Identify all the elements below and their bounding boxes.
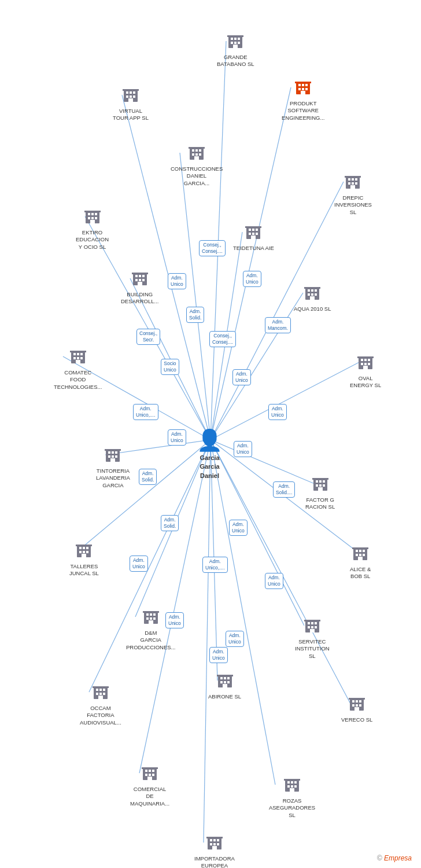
svg-rect-37 — [298, 88, 301, 90]
company-node-teidetuna[interactable]: TEIDETUNA AIE — [233, 223, 274, 252]
svg-rect-208 — [145, 774, 147, 776]
company-node-servitec[interactable]: SERVITECINSTITUTIONSL — [295, 616, 330, 660]
svg-rect-83 — [252, 233, 254, 235]
network-graph: © Empresa 👤 GarciaGarciaDaniel GRANDEBAT… — [0, 0, 421, 868]
svg-rect-76 — [90, 220, 95, 223]
svg-rect-101 — [311, 293, 313, 296]
relation-badge-0[interactable]: Consej.,Consej.... — [199, 240, 226, 256]
company-node-alice_bob[interactable]: ALICE &BOB SL — [350, 544, 371, 580]
company-node-virtual_tour[interactable]: VIRTUALTOUR APP SL — [113, 86, 149, 122]
svg-rect-155 — [359, 554, 361, 556]
company-node-tintoreria[interactable]: TINTORERIALAVANDERIAGARCIA — [96, 446, 130, 489]
company-node-grande_batabano[interactable]: GRANDEBATABANO SL — [217, 32, 254, 68]
svg-rect-28 — [231, 42, 233, 44]
company-node-occam[interactable]: OCCAMFACTORIAAUDIOVISUAL... — [80, 683, 121, 726]
svg-rect-57 — [199, 153, 201, 156]
building-icon — [303, 284, 322, 304]
relation-badge-16[interactable]: Adm.Unico — [229, 520, 248, 536]
svg-rect-61 — [348, 178, 350, 181]
company-node-abirone[interactable]: ABIRONE SL — [208, 671, 241, 700]
svg-rect-80 — [252, 229, 254, 231]
relation-badge-9[interactable]: Adm.Unico — [268, 404, 287, 420]
svg-rect-178 — [220, 677, 223, 679]
svg-rect-126 — [115, 451, 117, 454]
relation-badge-17[interactable]: Adm.Unico,.... — [202, 557, 228, 573]
svg-rect-183 — [227, 681, 230, 683]
building-icon — [121, 86, 140, 106]
company-node-comatec[interactable]: COMATECFOODTECHNOLOGIES... — [54, 347, 102, 391]
svg-rect-191 — [99, 693, 102, 695]
svg-line-3 — [180, 153, 211, 440]
relation-badge-5[interactable]: Consej.,Secr. — [136, 329, 160, 345]
building-icon — [356, 353, 375, 374]
company-node-importadora[interactable]: IMPORTADORAEUROPEADE... — [194, 833, 235, 868]
svg-rect-136 — [316, 484, 318, 487]
relation-badge-1[interactable]: Adm.Unico — [168, 273, 186, 289]
company-node-oval_energy[interactable]: OVALENERGY SL — [350, 353, 381, 389]
svg-rect-184 — [223, 684, 227, 687]
svg-rect-33 — [295, 82, 311, 83]
company-node-comercial_maq[interactable]: COMERCIALDEMAQUINARIA... — [130, 764, 169, 807]
svg-rect-161 — [150, 613, 152, 616]
svg-rect-214 — [287, 781, 290, 784]
relation-badge-19[interactable]: Adm.Unico — [265, 573, 283, 589]
svg-rect-74 — [91, 217, 94, 219]
svg-rect-154 — [356, 554, 358, 556]
relation-badge-11[interactable]: Adm.Unico — [168, 429, 186, 446]
relation-badge-4[interactable]: Consej.,Consej.... — [209, 331, 236, 347]
svg-line-21 — [211, 440, 275, 785]
svg-rect-189 — [103, 689, 105, 691]
company-node-ektiro[interactable]: EKTIROEDUCACIONY OCIO SL — [76, 207, 109, 251]
svg-line-12 — [211, 440, 315, 484]
svg-rect-174 — [315, 626, 317, 628]
svg-rect-227 — [213, 843, 216, 845]
svg-rect-51 — [189, 147, 205, 149]
company-node-construcciones[interactable]: CONSTRUCCIONESDANIELGARCIA... — [171, 144, 223, 187]
company-node-building_des[interactable]: BUILDINGDESARROLL... — [121, 269, 158, 306]
svg-rect-166 — [149, 620, 153, 624]
svg-rect-54 — [199, 149, 201, 152]
svg-rect-187 — [96, 689, 98, 691]
relation-badge-6[interactable]: SocioUnico — [161, 359, 179, 375]
svg-rect-139 — [318, 487, 323, 491]
company-node-drepic[interactable]: DREPICINVERSIONESSL — [334, 172, 372, 216]
company-node-talleres_juncal[interactable]: TALLERESJUNCAL SL — [69, 541, 99, 578]
relation-badge-18[interactable]: Adm.Unico — [130, 556, 148, 572]
svg-rect-75 — [95, 217, 97, 219]
relation-badge-14[interactable]: Adm.Solid.... — [273, 481, 295, 498]
svg-rect-39 — [305, 88, 308, 90]
relation-badge-8[interactable]: Adm.Unico — [232, 369, 251, 385]
svg-rect-111 — [80, 357, 83, 359]
svg-rect-118 — [361, 363, 363, 365]
svg-rect-202 — [354, 707, 359, 711]
relation-badge-2[interactable]: Adm.Unico — [243, 271, 261, 287]
company-node-aqua2010[interactable]: AQUA 2010 SL — [294, 284, 331, 312]
relation-badge-10[interactable]: Adm.Unico,.... — [133, 404, 158, 420]
svg-rect-181 — [220, 681, 223, 683]
svg-rect-73 — [88, 217, 90, 219]
svg-rect-128 — [112, 455, 114, 458]
svg-rect-153 — [363, 550, 365, 552]
company-node-vereco[interactable]: VERECO SL — [341, 694, 372, 723]
svg-rect-116 — [364, 359, 367, 361]
relation-badge-20[interactable]: Adm.Unico — [165, 612, 184, 628]
relation-badge-7[interactable]: Adm.Mancom. — [265, 317, 291, 333]
company-label: VIRTUALTOUR APP SL — [113, 108, 149, 122]
svg-rect-38 — [302, 88, 304, 90]
relation-badge-13[interactable]: Adm.Solid. — [139, 469, 157, 485]
relation-badge-22[interactable]: Adm.Unico — [209, 647, 228, 663]
svg-rect-102 — [315, 293, 317, 296]
svg-rect-45 — [133, 91, 135, 94]
center-person[interactable]: 👤 GarciaGarciaDaniel — [197, 428, 223, 480]
company-node-produkt[interactable]: PRODUKTSOFTWAREENGINEERING... — [282, 78, 324, 122]
relation-badge-3[interactable]: Adm.Solid. — [186, 307, 204, 323]
svg-rect-226 — [210, 843, 212, 845]
svg-rect-24 — [227, 35, 243, 37]
relation-badge-15[interactable]: Adm.Solid. — [161, 515, 179, 531]
relation-badge-21[interactable]: Adm.Unico — [226, 631, 244, 647]
svg-rect-197 — [356, 700, 358, 703]
company-node-factor_g[interactable]: FACTOR GRACION SL — [305, 475, 335, 511]
company-node-rozas[interactable]: ROZASASEGURADORES SL — [266, 775, 318, 819]
svg-rect-143 — [83, 547, 85, 549]
relation-badge-12[interactable]: Adm.Unico — [234, 441, 252, 457]
